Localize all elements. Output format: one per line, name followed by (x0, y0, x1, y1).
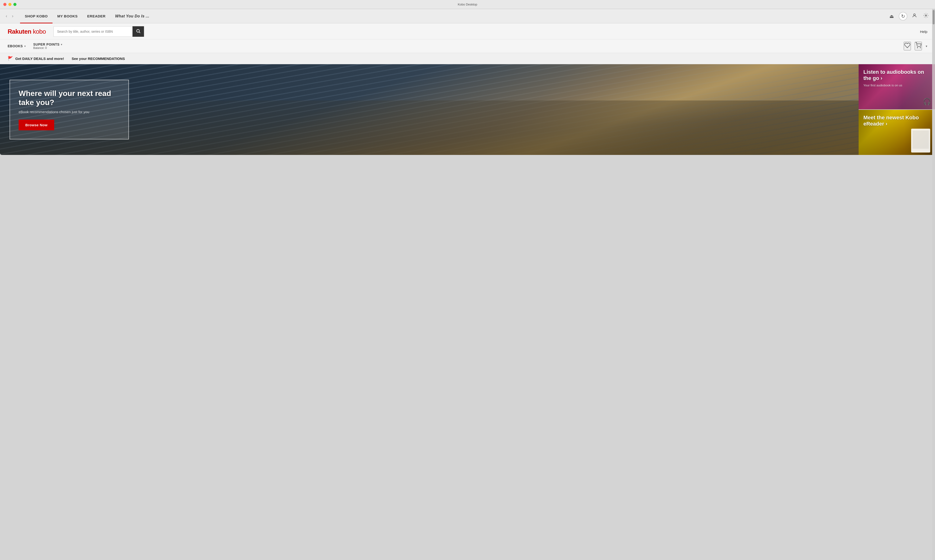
sub-header: Rakuten kobo Help (0, 23, 935, 39)
forward-button[interactable]: › (11, 13, 14, 20)
super-points-section: SUPER POINTS ▾ Balance: 0 (33, 43, 62, 50)
ereader-title: Meet the newest Kobo eReader › (863, 115, 930, 127)
ereader-content: Meet the newest Kobo eReader › (859, 110, 935, 134)
search-button[interactable] (132, 26, 144, 37)
nav-arrows: ‹ › (5, 13, 14, 20)
toolbar: eBOOKS ▾ SUPER POINTS ▾ Balance: 0 (0, 39, 935, 53)
balance-prefix: Balance: (33, 46, 45, 50)
tab-what-you-do[interactable]: What You Do Is ... (110, 9, 154, 23)
ebooks-dropdown-arrow: ▾ (25, 45, 26, 48)
sync-icon: ↻ (901, 13, 905, 19)
daily-deals-item[interactable]: 🚩 Get DAILY DEALS and more! (8, 56, 64, 61)
eject-icon: ⏏ (889, 13, 894, 19)
hero-card: Where will your next read take you? eBoo… (9, 80, 129, 140)
search-icon (136, 29, 141, 35)
promo-bar: 🚩 Get DAILY DEALS and more! See your REC… (0, 53, 935, 64)
super-points-dropdown-arrow: ▾ (61, 43, 62, 46)
svg-point-1 (925, 15, 927, 16)
balance-value: 0 (45, 46, 47, 50)
hero-section: Where will your next read take you? eBoo… (0, 64, 935, 155)
title-bar: Kobo Desktop (0, 0, 935, 9)
recommendations-item[interactable]: See your RECOMMENDATIONS (72, 57, 125, 61)
balance-display: Balance: 0 (33, 46, 62, 50)
account-button[interactable] (910, 12, 919, 20)
close-button[interactable] (3, 3, 6, 6)
svg-point-4 (917, 48, 918, 48)
settings-button[interactable] (922, 12, 930, 20)
rakuten-text: Rakuten (8, 28, 31, 35)
svg-point-5 (920, 48, 921, 48)
nav-bar: ‹ › SHOP KOBO MY BOOKS EREADER What You … (0, 9, 935, 23)
recommendations-label: See your RECOMMENDATIONS (72, 57, 125, 61)
super-points-label: SUPER POINTS (33, 43, 60, 46)
svg-line-3 (139, 32, 140, 33)
search-input[interactable] (54, 29, 132, 34)
minimize-button[interactable] (8, 3, 11, 6)
eject-button[interactable]: ⏏ (887, 12, 896, 20)
maximize-button[interactable] (13, 3, 17, 6)
scrollbar-thumb[interactable] (933, 10, 935, 25)
flag-icon: 🚩 (8, 56, 13, 61)
hero-right-panels: Listen to audiobooks on the go › Your fi… (859, 64, 935, 155)
browse-now-button[interactable]: Browse Now (18, 120, 54, 130)
logo-area: Rakuten kobo (8, 28, 46, 35)
ebooks-label: eBOOKS (8, 44, 23, 48)
wishlist-button[interactable] (904, 42, 911, 50)
toolbar-left: eBOOKS ▾ SUPER POINTS ▾ Balance: 0 (8, 43, 62, 50)
cart-dropdown-arrow[interactable]: ▾ (926, 45, 927, 48)
sub-header-left: Rakuten kobo (8, 26, 144, 37)
sync-button[interactable]: ↻ (899, 12, 907, 20)
logo: Rakuten kobo (8, 28, 46, 35)
hero-subtitle: eBook recommendations chosen just for yo… (18, 110, 119, 114)
search-bar (54, 26, 144, 37)
tab-shop-kobo[interactable]: SHOP KOBO (20, 9, 52, 23)
svg-point-2 (137, 29, 140, 32)
cart-button[interactable] (915, 42, 922, 50)
audiobooks-content: Listen to audiobooks on the go › Your fi… (859, 64, 935, 92)
audiobooks-subtitle: Your first audiobook is on us (863, 83, 930, 87)
hero-title: Where will your next read take you? (18, 89, 119, 107)
nav-icons: ⏏ ↻ (887, 12, 930, 20)
hero-main-panel: Where will your next read take you? eBoo… (0, 64, 859, 155)
daily-deals-label: Get DAILY DEALS and more! (15, 57, 64, 61)
ebooks-menu[interactable]: eBOOKS ▾ (8, 44, 26, 48)
ereader-panel[interactable]: Meet the newest Kobo eReader › (859, 109, 935, 155)
headphones-icon: 🎧 (923, 98, 931, 106)
toolbar-right: ▾ (904, 42, 927, 50)
audiobooks-panel[interactable]: Listen to audiobooks on the go › Your fi… (859, 64, 935, 109)
window-title: Kobo Desktop (458, 3, 477, 6)
window-controls[interactable] (3, 3, 17, 6)
super-points-menu[interactable]: SUPER POINTS ▾ Balance: 0 (33, 43, 62, 50)
help-link[interactable]: Help (920, 29, 927, 34)
main-window: ‹ › SHOP KOBO MY BOOKS EREADER What You … (0, 9, 935, 155)
account-icon (912, 13, 917, 19)
gear-icon (923, 13, 929, 19)
nav-tabs: SHOP KOBO MY BOOKS EREADER What You Do I… (20, 9, 887, 23)
kobo-text: kobo (31, 28, 46, 35)
back-button[interactable]: ‹ (5, 13, 8, 20)
tab-my-books[interactable]: MY BOOKS (52, 9, 82, 23)
audiobooks-title: Listen to audiobooks on the go › (863, 69, 930, 82)
tab-ereader[interactable]: EREADER (82, 9, 110, 23)
svg-point-0 (913, 14, 915, 15)
